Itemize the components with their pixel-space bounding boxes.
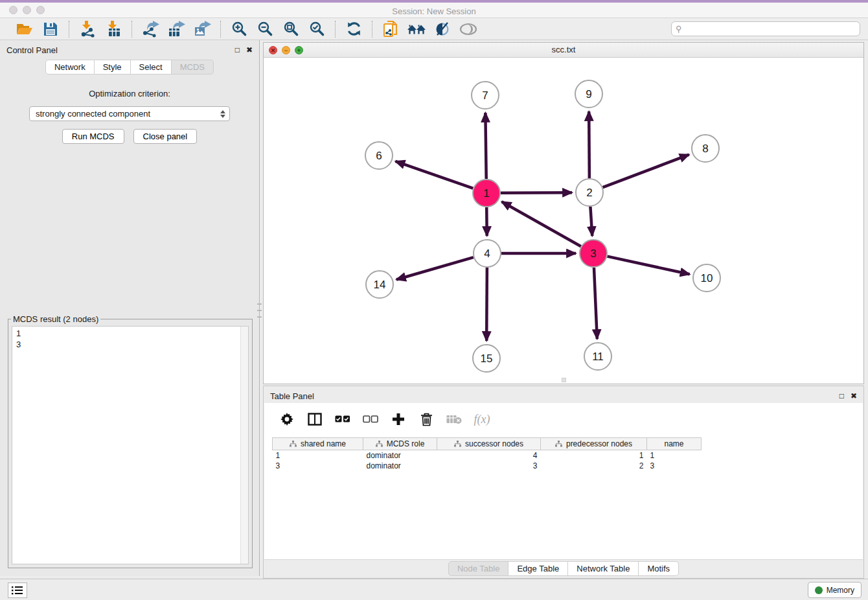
graph-node-14[interactable]: 14 (366, 271, 393, 298)
graph-node-1[interactable]: 1 (473, 179, 500, 207)
zoom-fit-button[interactable] (282, 20, 300, 38)
birds-eye-view-button[interactable] (459, 20, 477, 38)
checked-boxes-icon (335, 415, 350, 424)
hide-graphics-details-button[interactable] (433, 20, 451, 38)
save-session-button[interactable] (41, 20, 60, 38)
table-cell[interactable]: 1 (541, 450, 647, 461)
delete-column-button[interactable] (418, 411, 435, 427)
tab-edge-table[interactable]: Edge Table (508, 561, 568, 576)
show-columns-button[interactable] (306, 411, 323, 427)
search-input[interactable] (685, 23, 860, 35)
network-minimize-button[interactable]: − (282, 46, 290, 54)
duplicate-network-button[interactable] (382, 20, 400, 38)
column-header-name[interactable]: name (647, 438, 702, 450)
run-mcds-button[interactable]: Run MCDS (62, 129, 124, 144)
unselect-all-columns-button[interactable] (362, 411, 379, 427)
table-cell[interactable]: 3 (437, 461, 541, 471)
zoom-out-button[interactable] (256, 20, 274, 38)
edge-3-11[interactable] (594, 268, 597, 339)
tab-style[interactable]: Style (95, 60, 131, 75)
graph-node-4[interactable]: 4 (474, 240, 501, 267)
home-button[interactable] (407, 20, 426, 38)
network-graph[interactable]: 7968124314101511 (264, 58, 863, 384)
export-table-button[interactable] (167, 20, 185, 38)
table-cell[interactable]: 4 (437, 450, 541, 461)
graph-node-2[interactable]: 2 (576, 179, 603, 206)
edge-4-15[interactable] (486, 268, 487, 341)
graph-node-11[interactable]: 11 (584, 343, 611, 370)
select-all-columns-button[interactable] (334, 411, 351, 427)
table-panel-close-button[interactable]: ✖ (851, 391, 857, 400)
table-cell[interactable]: 1 (273, 450, 363, 461)
birds-eye-view-icon (459, 22, 477, 36)
edge-1-2[interactable] (501, 192, 572, 193)
graph-node-7[interactable]: 7 (472, 82, 499, 109)
table-row[interactable]: 1dominator411 (273, 450, 702, 461)
export-image-icon (194, 21, 211, 38)
close-panel-button[interactable]: Close panel (133, 129, 198, 144)
mcds-result-text[interactable]: 1 3 (12, 327, 240, 564)
refresh-button[interactable] (345, 20, 363, 38)
import-table-button[interactable] (104, 20, 122, 38)
control-panel-close-button[interactable]: ✖ (246, 45, 253, 54)
table-cell[interactable]: 3 (647, 461, 702, 471)
open-session-button[interactable] (16, 20, 34, 38)
tab-node-table[interactable]: Node Table (448, 561, 509, 576)
import-network-icon (79, 21, 96, 38)
table-cell[interactable]: dominator (363, 461, 437, 471)
edge-2-9[interactable] (589, 111, 589, 178)
zoom-in-button[interactable] (230, 20, 248, 38)
edge-2-3[interactable] (590, 207, 592, 236)
table-cell[interactable]: 1 (647, 450, 702, 461)
edge-1-7[interactable] (485, 113, 486, 179)
tab-mcds[interactable]: MCDS (172, 60, 214, 75)
network-canvas[interactable]: 7968124314101511 (264, 58, 863, 384)
task-history-button[interactable] (8, 583, 27, 598)
edge-4-14[interactable] (396, 257, 474, 279)
canvas-grip[interactable] (562, 378, 566, 382)
table-panel-title: Table Panel (270, 391, 314, 401)
tab-select[interactable]: Select (131, 60, 172, 75)
edge-3-10[interactable] (607, 257, 689, 275)
table-cell[interactable]: dominator (363, 450, 437, 461)
criterion-select[interactable]: strongly connected component (29, 106, 230, 121)
zoom-selected-button[interactable] (308, 20, 326, 38)
import-table-icon (105, 21, 122, 38)
export-network-button[interactable] (141, 20, 159, 38)
network-close-button[interactable]: ✕ (269, 46, 277, 54)
table-options-button[interactable] (279, 411, 295, 427)
result-scrollbar[interactable] (240, 327, 248, 564)
column-header-shared-name[interactable]: shared name (273, 438, 363, 450)
table-panel-maximize-button[interactable]: □ (839, 391, 844, 400)
table-cell[interactable]: 3 (273, 461, 363, 471)
tab-network[interactable]: Network (45, 60, 95, 75)
network-window-titlebar[interactable]: ✕ − + scc.txt (264, 43, 863, 58)
tab-network-table[interactable]: Network Table (568, 561, 639, 576)
edge-3-1[interactable] (502, 202, 581, 246)
graph-node-10[interactable]: 10 (693, 264, 720, 292)
table-cell[interactable]: 2 (541, 461, 647, 471)
column-header-predecessor-nodes[interactable]: predecessor nodes (541, 438, 647, 450)
control-panel: Control Panel □ ✖ NetworkStyleSelectMCDS… (0, 40, 260, 576)
panel-splitter-handle[interactable] (257, 303, 262, 317)
search-box[interactable]: ⚲ (671, 21, 860, 36)
graph-node-8[interactable]: 8 (692, 135, 719, 162)
export-image-button[interactable] (193, 20, 211, 38)
add-column-button[interactable] (390, 411, 407, 427)
delete-table-button (446, 411, 463, 427)
graph-node-9[interactable]: 9 (575, 80, 602, 108)
graph-node-15[interactable]: 15 (473, 345, 500, 372)
refresh-icon (346, 21, 362, 37)
column-header-successor-nodes[interactable]: successor nodes (437, 438, 541, 450)
edge-1-6[interactable] (395, 161, 473, 189)
import-network-button[interactable] (78, 20, 97, 38)
control-panel-maximize-button[interactable]: □ (235, 45, 240, 54)
tab-motifs[interactable]: Motifs (639, 561, 679, 576)
table-row[interactable]: 3dominator323 (273, 461, 702, 471)
graph-node-3[interactable]: 3 (580, 240, 607, 267)
edge-2-8[interactable] (603, 155, 689, 188)
memory-button[interactable]: Memory (808, 582, 862, 598)
network-zoom-button[interactable]: + (295, 46, 303, 54)
graph-node-6[interactable]: 6 (365, 142, 393, 169)
column-header-MCDS-role[interactable]: MCDS role (363, 438, 437, 450)
